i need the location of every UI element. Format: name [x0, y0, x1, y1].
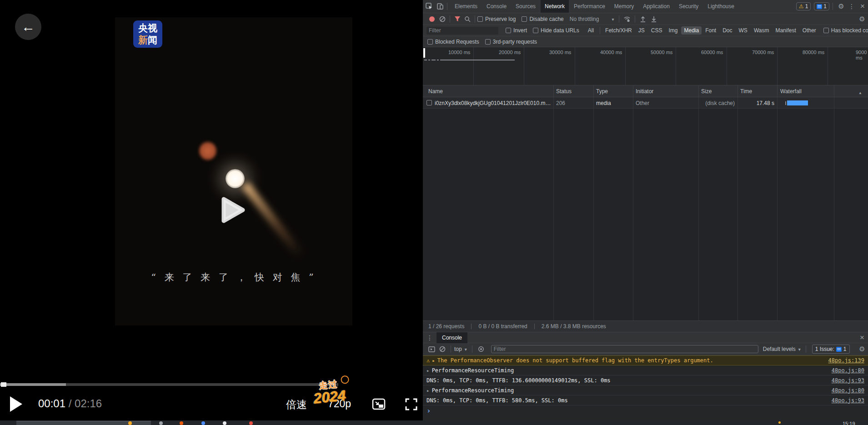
expand-icon[interactable]: [426, 367, 430, 374]
taskbar-icon[interactable]: [223, 421, 226, 425]
filter-chip-fetchxhr[interactable]: Fetch/XHR: [602, 26, 635, 35]
tab-elements[interactable]: Elements: [451, 0, 482, 13]
play-overlay-icon[interactable]: [221, 197, 245, 223]
column-header-size[interactable]: Size: [701, 88, 712, 95]
console-log-row[interactable]: PerformanceResourceTiming 48po.js:80: [423, 365, 868, 375]
device-toolbar-icon[interactable]: [437, 3, 444, 10]
issues-badge[interactable]: 1: [814, 2, 829, 10]
console-context-selector[interactable]: top: [454, 346, 462, 352]
import-har-icon[interactable]: [637, 16, 648, 22]
filter-chip-doc[interactable]: Doc: [720, 26, 735, 35]
search-icon[interactable]: [462, 16, 472, 22]
expand-icon[interactable]: [432, 357, 435, 364]
request-row[interactable]: i0znXy3dlx08kydkjGUg01041201Jzlr0E010.mp…: [423, 97, 868, 109]
sort-ascending-icon[interactable]: [858, 89, 862, 95]
filter-chip-manifest[interactable]: Manifest: [773, 26, 798, 35]
quality-button[interactable]: 720p: [328, 398, 351, 410]
request-name[interactable]: i0znXy3dlx08kydkjGUg01041201Jzlr0E010.mp…: [435, 100, 551, 106]
taskbar[interactable]: 15:19: [0, 420, 868, 425]
column-header-type[interactable]: Type: [596, 88, 608, 95]
tab-network[interactable]: Network: [541, 0, 569, 13]
console-issues-pill[interactable]: 1 Issue: 1: [812, 345, 850, 354]
playback-speed-button[interactable]: 倍速: [286, 398, 307, 412]
filter-chip-media[interactable]: Media: [681, 26, 702, 35]
column-header-time[interactable]: Time: [740, 88, 752, 95]
source-link[interactable]: 48po.js:93: [832, 377, 864, 384]
source-link[interactable]: 48po.js:80: [832, 387, 864, 394]
invert-checkbox[interactable]: Invert: [506, 27, 527, 34]
log-levels-dropdown[interactable]: Default levels: [763, 346, 796, 352]
taskbar-icon[interactable]: [128, 421, 132, 425]
tab-console[interactable]: Console: [482, 0, 511, 13]
console-log-row[interactable]: DNS: 0ms, TCP: 0ms, TTFB: 580.5ms, SSL: …: [423, 395, 868, 405]
filter-funnel-icon[interactable]: [452, 16, 462, 22]
network-settings-gear-icon[interactable]: [856, 15, 868, 23]
drawer-more-icon[interactable]: [426, 334, 433, 341]
live-expression-eye-icon[interactable]: [476, 346, 487, 352]
tab-memory[interactable]: Memory: [610, 0, 638, 13]
tab-lighthouse[interactable]: Lighthouse: [703, 0, 738, 13]
source-link[interactable]: 48po.js:93: [832, 397, 864, 404]
column-header-status[interactable]: Status: [556, 88, 572, 95]
settings-gear-icon[interactable]: [836, 2, 846, 10]
taskbar-icon[interactable]: [180, 421, 183, 425]
column-header-waterfall[interactable]: Waterfall: [780, 88, 802, 95]
filter-chip-ws[interactable]: WS: [736, 26, 750, 35]
play-button[interactable]: [10, 396, 22, 412]
filter-chip-font[interactable]: Font: [702, 26, 719, 35]
console-settings-gear-icon[interactable]: [856, 345, 868, 353]
console-log-row[interactable]: PerformanceResourceTiming 48po.js:80: [423, 385, 868, 395]
inspect-element-icon[interactable]: [426, 3, 433, 10]
video-frame[interactable]: 央视 新闻 “ 来 了 来 了 ， 快 对 焦 ”: [115, 17, 352, 325]
overview-left-handle[interactable]: [423, 48, 425, 58]
console-sidebar-toggle-icon[interactable]: [426, 346, 437, 352]
picture-in-picture-icon[interactable]: [372, 398, 386, 410]
warnings-badge[interactable]: 1: [796, 2, 811, 10]
third-party-requests-checkbox[interactable]: 3rd-party requests: [485, 39, 537, 45]
console-prompt-row[interactable]: [423, 405, 868, 415]
clear-network-log-icon[interactable]: [437, 16, 447, 22]
hide-data-urls-checkbox[interactable]: Hide data URLs: [533, 27, 579, 34]
expand-icon[interactable]: [426, 387, 430, 394]
source-link[interactable]: 48po.js:80: [832, 367, 864, 374]
taskbar-icon[interactable]: [249, 421, 253, 425]
waterfall-bar[interactable]: [787, 100, 808, 105]
column-header-name[interactable]: Name: [428, 88, 443, 95]
preserve-log-checkbox[interactable]: Preserve log: [477, 16, 516, 22]
has-blocked-cookies-checkbox[interactable]: Has blocked cookies: [823, 27, 868, 34]
tab-sources[interactable]: Sources: [512, 0, 540, 13]
video-progress-bar[interactable]: [0, 383, 338, 386]
filter-chip-js[interactable]: JS: [636, 26, 647, 35]
filter-chip-img[interactable]: Img: [666, 26, 680, 35]
column-header-initiator[interactable]: Initiator: [636, 88, 653, 95]
disable-cache-checkbox[interactable]: Disable cache: [522, 16, 563, 22]
console-warning-row[interactable]: The PerformanceObserver does not support…: [423, 355, 868, 365]
progress-handle[interactable]: [1, 382, 6, 387]
back-button[interactable]: [15, 14, 41, 40]
request-initiator[interactable]: Other: [636, 100, 649, 106]
filter-chip-wasm[interactable]: Wasm: [751, 26, 772, 35]
blocked-requests-checkbox[interactable]: Blocked Requests: [427, 39, 479, 45]
export-har-icon[interactable]: [648, 16, 659, 22]
clear-console-icon[interactable]: [437, 346, 447, 352]
more-options-icon[interactable]: [847, 3, 856, 10]
network-filter-input[interactable]: [426, 27, 498, 35]
taskbar-icon[interactable]: [159, 421, 163, 425]
network-overview-timeline[interactable]: 10000 ms 20000 ms 30000 ms 40000 ms 5000…: [423, 47, 868, 85]
console-filter-input[interactable]: [491, 345, 758, 353]
fullscreen-icon[interactable]: [405, 398, 417, 410]
tab-application[interactable]: Application: [639, 0, 674, 13]
tab-performance[interactable]: Performance: [570, 0, 609, 13]
source-link[interactable]: 48po.js:139: [828, 357, 864, 364]
network-conditions-icon[interactable]: [622, 16, 632, 22]
close-drawer-icon[interactable]: [856, 333, 868, 342]
filter-chip-all[interactable]: All: [585, 26, 597, 35]
filter-chip-other[interactable]: Other: [800, 26, 819, 35]
tab-security[interactable]: Security: [675, 0, 702, 13]
request-row-checkbox[interactable]: [426, 100, 432, 105]
filter-chip-css[interactable]: CSS: [648, 26, 665, 35]
drawer-tab-console[interactable]: Console: [437, 332, 467, 343]
record-network-log-icon[interactable]: [429, 16, 435, 22]
close-devtools-icon[interactable]: [857, 2, 868, 11]
throttling-dropdown[interactable]: No throttling: [570, 16, 599, 22]
